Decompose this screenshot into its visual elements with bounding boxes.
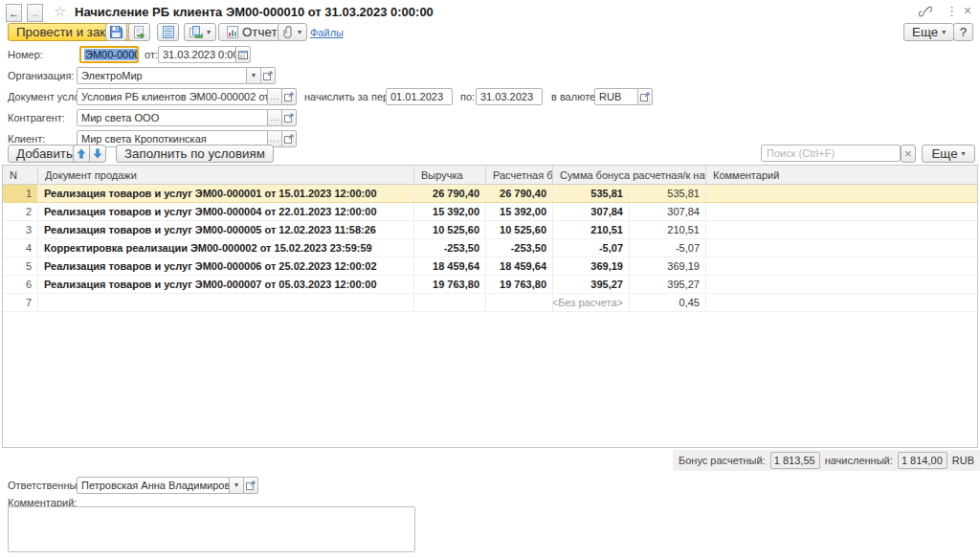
table-row[interactable]: 6Реализация товаров и услуг ЭМ00-000007 …	[3, 276, 977, 294]
table-more-button[interactable]: Еще ▾	[922, 145, 975, 163]
favorite-star-icon[interactable]: ☆	[54, 3, 66, 20]
terms-document-choose-button[interactable]: ...	[267, 88, 282, 105]
period-from-field[interactable]: 01.01.2023	[386, 88, 453, 105]
cell-calculation-base[interactable]: 19 763,80	[486, 276, 553, 293]
cell-calculation-base[interactable]: 10 525,60	[486, 221, 553, 238]
form-more-button[interactable]: Еще ▾	[903, 23, 954, 41]
cell-sales-document[interactable]	[38, 294, 414, 311]
post-document-button[interactable]	[128, 23, 150, 41]
cell-comment[interactable]	[706, 221, 977, 238]
terms-document-field[interactable]: Условия РБ клиентов ЭМ00-000002 от 01.01…	[77, 88, 268, 105]
nav-forward-button[interactable]: →	[27, 4, 43, 22]
help-button[interactable]: ?	[953, 23, 973, 41]
move-row-down-button[interactable]	[89, 145, 106, 163]
cell-comment[interactable]	[706, 276, 977, 293]
cell-calculation-base[interactable]: 18 459,64	[486, 257, 553, 275]
cell-row-number[interactable]: 2	[3, 203, 38, 220]
counterparty-field[interactable]: Мир света ООО	[77, 109, 268, 126]
cell-bonus-calculated[interactable]: -5,07	[553, 239, 630, 257]
document-register-button[interactable]	[157, 23, 179, 41]
cell-bonus-accrued[interactable]: 210,51	[630, 221, 706, 238]
cell-bonus-accrued[interactable]: 395,27	[630, 276, 706, 293]
cell-bonus-accrued[interactable]: 535,81	[630, 185, 706, 202]
cell-calculation-base[interactable]	[486, 294, 553, 311]
table-row[interactable]: 3Реализация товаров и услуг ЭМ00-000005 …	[3, 221, 977, 239]
table-row[interactable]: 1Реализация товаров и услуг ЭМ00-000001 …	[3, 185, 977, 203]
cell-revenue[interactable]: 26 790,40	[414, 185, 486, 202]
table-row[interactable]: 7<Без расчета>0,45	[3, 294, 977, 312]
cell-sales-document[interactable]: Реализация товаров и услуг ЭМ00-000001 о…	[38, 185, 414, 202]
column-header-base[interactable]: Расчетная база	[486, 166, 553, 184]
cell-row-number[interactable]: 1	[3, 185, 38, 202]
column-header-n[interactable]: N	[3, 166, 38, 184]
date-field[interactable]: 31.03.2023 0:00:00	[158, 46, 236, 63]
nav-back-button[interactable]: ←	[6, 4, 22, 22]
responsible-field[interactable]: Петровская Анна Владимировна	[77, 477, 230, 494]
column-header-bonus[interactable]: Сумма бонуса расчетная/к начислению	[553, 166, 706, 184]
close-icon[interactable]: ×	[964, 4, 971, 17]
bonus-calc-field[interactable]: 1 813,55	[770, 452, 820, 469]
search-input[interactable]	[761, 145, 901, 162]
cell-sales-document[interactable]: Реализация товаров и услуг ЭМ00-000007 о…	[38, 276, 414, 293]
save-button[interactable]	[105, 23, 127, 41]
cell-bonus-calculated[interactable]: 369,19	[553, 257, 630, 275]
copy-link-icon[interactable]	[919, 6, 932, 17]
cell-revenue[interactable]: 19 763,80	[414, 276, 486, 293]
currency-open-button[interactable]	[637, 88, 653, 105]
responsible-open-button[interactable]	[243, 477, 258, 494]
organization-open-button[interactable]	[260, 67, 276, 84]
cell-revenue[interactable]: 15 392,00	[414, 203, 486, 220]
counterparty-open-button[interactable]	[281, 109, 297, 126]
cell-sales-document[interactable]: Реализация товаров и услуг ЭМ00-000006 о…	[38, 257, 414, 275]
table-row[interactable]: 5Реализация товаров и услуг ЭМ00-000006 …	[3, 257, 977, 276]
organization-field[interactable]: ЭлектроМир	[77, 67, 247, 84]
cell-bonus-calculated[interactable]: 210,51	[553, 221, 630, 238]
comment-textarea[interactable]	[8, 506, 415, 552]
table-row[interactable]: 4Корректировка реализации ЭМ00-000002 от…	[3, 239, 977, 257]
search-clear-button[interactable]: ×	[901, 145, 916, 163]
cell-revenue[interactable]: 18 459,64	[414, 257, 486, 275]
number-field[interactable]: ЭМ00-000010	[79, 46, 139, 63]
cell-comment[interactable]	[706, 185, 977, 202]
cell-revenue[interactable]: 10 525,60	[414, 221, 486, 238]
cell-calculation-base[interactable]: 26 790,40	[486, 185, 553, 202]
cell-sales-document[interactable]: Реализация товаров и услуг ЭМ00-000004 о…	[38, 203, 414, 220]
cell-sales-document[interactable]: Реализация товаров и услуг ЭМ00-000005 о…	[38, 221, 414, 238]
table-row[interactable]: 2Реализация товаров и услуг ЭМ00-000004 …	[3, 203, 977, 221]
cell-bonus-calculated[interactable]: 307,84	[553, 203, 630, 220]
cell-bonus-accrued[interactable]: 369,19	[630, 257, 706, 275]
cell-bonus-calculated[interactable]: 535,81	[553, 185, 630, 202]
client-open-button[interactable]	[281, 130, 297, 147]
kebab-menu-icon[interactable]: ⋮	[946, 5, 958, 17]
fill-by-terms-button[interactable]: Заполнить по условиям	[116, 145, 274, 163]
cell-comment[interactable]	[706, 294, 977, 311]
cell-bonus-calculated[interactable]: 395,27	[553, 276, 630, 293]
cell-calculation-base[interactable]: 15 392,00	[486, 203, 553, 220]
cell-row-number[interactable]: 4	[3, 239, 38, 257]
cell-row-number[interactable]: 5	[3, 257, 38, 275]
cell-bonus-accrued[interactable]: -5,07	[630, 239, 706, 257]
cell-row-number[interactable]: 6	[3, 276, 38, 293]
create-based-on-button[interactable]: ▾	[184, 23, 216, 41]
cell-comment[interactable]	[706, 257, 977, 275]
column-header-document[interactable]: Документ продажи	[38, 166, 414, 184]
bonus-accrued-field[interactable]: 1 814,00	[898, 452, 947, 469]
cell-bonus-calculated[interactable]: <Без расчета>	[553, 294, 630, 311]
cell-revenue[interactable]: -253,50	[414, 239, 486, 257]
column-header-comment[interactable]: Комментарий	[706, 166, 977, 184]
cell-comment[interactable]	[706, 239, 977, 257]
attachments-button[interactable]: ▾	[278, 23, 307, 41]
cell-comment[interactable]	[706, 203, 977, 220]
terms-document-open-button[interactable]	[281, 88, 297, 105]
column-header-revenue[interactable]: Выручка	[414, 166, 486, 184]
responsible-dropdown-button[interactable]: ▾	[229, 477, 244, 494]
cell-row-number[interactable]: 7	[3, 294, 38, 311]
cell-sales-document[interactable]: Корректировка реализации ЭМ00-000002 от …	[38, 239, 414, 257]
cell-revenue[interactable]	[414, 294, 486, 311]
currency-field[interactable]: RUB	[594, 88, 638, 105]
add-row-button[interactable]: Добавить	[8, 145, 81, 163]
calendar-button[interactable]	[235, 46, 251, 63]
organization-dropdown-button[interactable]: ▾	[246, 67, 261, 84]
cell-calculation-base[interactable]: -253,50	[486, 239, 553, 257]
move-row-up-button[interactable]	[73, 145, 90, 163]
